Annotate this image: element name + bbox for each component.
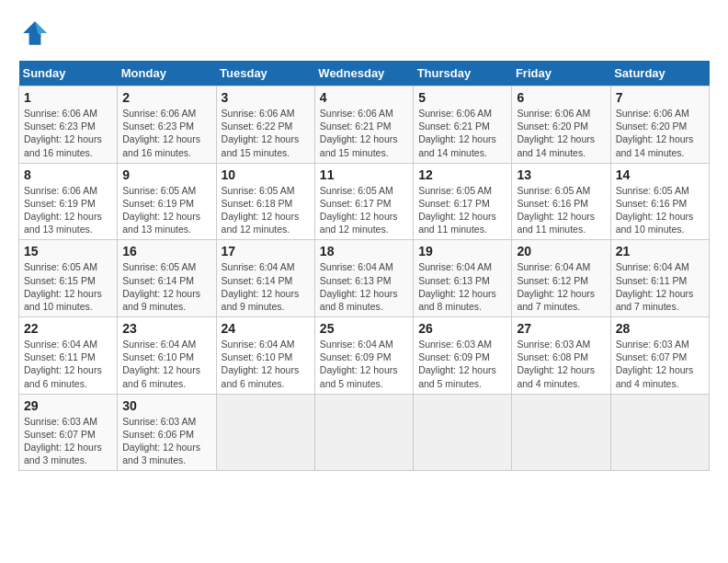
calendar-week-2: 8Sunrise: 6:06 AM Sunset: 6:19 PM Daylig… (19, 163, 710, 240)
calendar-week-5: 29Sunrise: 6:03 AM Sunset: 6:07 PM Dayli… (19, 394, 710, 471)
calendar-cell: 14Sunrise: 6:05 AM Sunset: 6:16 PM Dayli… (610, 163, 709, 240)
day-number: 10 (222, 167, 310, 182)
weekday-header-friday: Friday (512, 61, 610, 86)
day-detail: Sunrise: 6:06 AM Sunset: 6:19 PM Dayligh… (24, 184, 112, 236)
calendar-cell: 22Sunrise: 6:04 AM Sunset: 6:11 PM Dayli… (19, 317, 118, 395)
calendar-cell: 19Sunrise: 6:04 AM Sunset: 6:13 PM Dayli… (414, 240, 512, 317)
day-detail: Sunrise: 6:05 AM Sunset: 6:19 PM Dayligh… (122, 184, 210, 236)
day-number: 8 (24, 167, 112, 182)
weekday-header-monday: Monday (118, 61, 216, 86)
day-detail: Sunrise: 6:05 AM Sunset: 6:16 PM Dayligh… (517, 184, 605, 236)
calendar-cell: 12Sunrise: 6:05 AM Sunset: 6:17 PM Dayli… (414, 163, 512, 240)
calendar-cell: 25Sunrise: 6:04 AM Sunset: 6:09 PM Dayli… (314, 317, 413, 395)
day-detail: Sunrise: 6:04 AM Sunset: 6:11 PM Dayligh… (24, 338, 112, 390)
weekday-header-tuesday: Tuesday (216, 61, 314, 86)
calendar-cell: 27Sunrise: 6:03 AM Sunset: 6:08 PM Dayli… (512, 317, 610, 395)
page-header (18, 18, 710, 52)
day-number: 16 (122, 244, 210, 259)
day-number: 4 (320, 90, 408, 105)
day-number: 28 (616, 321, 704, 336)
day-detail: Sunrise: 6:06 AM Sunset: 6:22 PM Dayligh… (222, 107, 310, 159)
day-detail: Sunrise: 6:06 AM Sunset: 6:20 PM Dayligh… (616, 107, 704, 159)
logo-icon (20, 18, 50, 48)
calendar-week-1: 1Sunrise: 6:06 AM Sunset: 6:23 PM Daylig… (19, 86, 710, 164)
day-number: 3 (222, 90, 310, 105)
day-number: 19 (418, 244, 506, 259)
weekday-header-thursday: Thursday (414, 61, 512, 86)
day-detail: Sunrise: 6:03 AM Sunset: 6:06 PM Dayligh… (122, 415, 210, 467)
day-detail: Sunrise: 6:04 AM Sunset: 6:09 PM Dayligh… (320, 338, 408, 390)
calendar-cell: 29Sunrise: 6:03 AM Sunset: 6:07 PM Dayli… (19, 394, 118, 471)
calendar-cell: 28Sunrise: 6:03 AM Sunset: 6:07 PM Dayli… (610, 317, 709, 395)
day-number: 29 (24, 398, 112, 413)
day-detail: Sunrise: 6:05 AM Sunset: 6:17 PM Dayligh… (320, 184, 408, 236)
day-detail: Sunrise: 6:05 AM Sunset: 6:18 PM Dayligh… (222, 184, 310, 236)
day-detail: Sunrise: 6:04 AM Sunset: 6:10 PM Dayligh… (122, 338, 210, 390)
day-number: 12 (418, 167, 506, 182)
calendar-week-3: 15Sunrise: 6:05 AM Sunset: 6:15 PM Dayli… (19, 240, 710, 317)
day-detail: Sunrise: 6:04 AM Sunset: 6:12 PM Dayligh… (517, 260, 605, 313)
day-number: 30 (122, 398, 210, 413)
calendar-cell (216, 394, 314, 471)
calendar-cell: 10Sunrise: 6:05 AM Sunset: 6:18 PM Dayli… (216, 163, 314, 240)
calendar-cell: 15Sunrise: 6:05 AM Sunset: 6:15 PM Dayli… (19, 240, 118, 317)
calendar-cell: 8Sunrise: 6:06 AM Sunset: 6:19 PM Daylig… (19, 163, 118, 240)
day-number: 9 (122, 167, 210, 182)
calendar-cell: 30Sunrise: 6:03 AM Sunset: 6:06 PM Dayli… (118, 394, 216, 471)
day-number: 11 (320, 167, 408, 182)
calendar-cell: 26Sunrise: 6:03 AM Sunset: 6:09 PM Dayli… (414, 317, 512, 395)
day-number: 7 (616, 90, 704, 105)
calendar-cell: 23Sunrise: 6:04 AM Sunset: 6:10 PM Dayli… (118, 317, 216, 395)
day-number: 2 (122, 90, 210, 105)
calendar-cell: 20Sunrise: 6:04 AM Sunset: 6:12 PM Dayli… (512, 240, 610, 317)
day-number: 25 (320, 321, 408, 336)
weekday-header-saturday: Saturday (610, 61, 709, 86)
day-detail: Sunrise: 6:05 AM Sunset: 6:15 PM Dayligh… (24, 260, 112, 313)
logo (18, 18, 50, 52)
day-detail: Sunrise: 6:04 AM Sunset: 6:11 PM Dayligh… (616, 260, 704, 313)
calendar-cell (414, 394, 512, 471)
calendar-cell: 1Sunrise: 6:06 AM Sunset: 6:23 PM Daylig… (19, 86, 118, 164)
day-number: 20 (517, 244, 605, 259)
calendar-cell: 17Sunrise: 6:04 AM Sunset: 6:14 PM Dayli… (216, 240, 314, 317)
weekday-header-row: SundayMondayTuesdayWednesdayThursdayFrid… (19, 61, 710, 86)
day-detail: Sunrise: 6:05 AM Sunset: 6:16 PM Dayligh… (616, 184, 704, 236)
calendar-cell (512, 394, 610, 471)
day-detail: Sunrise: 6:05 AM Sunset: 6:14 PM Dayligh… (122, 260, 210, 313)
calendar-week-4: 22Sunrise: 6:04 AM Sunset: 6:11 PM Dayli… (19, 317, 710, 395)
calendar-cell: 16Sunrise: 6:05 AM Sunset: 6:14 PM Dayli… (118, 240, 216, 317)
day-number: 27 (517, 321, 605, 336)
day-detail: Sunrise: 6:06 AM Sunset: 6:20 PM Dayligh… (517, 107, 605, 159)
day-number: 26 (418, 321, 506, 336)
day-detail: Sunrise: 6:06 AM Sunset: 6:21 PM Dayligh… (320, 107, 408, 159)
day-detail: Sunrise: 6:03 AM Sunset: 6:07 PM Dayligh… (616, 338, 704, 390)
day-number: 6 (517, 90, 605, 105)
day-detail: Sunrise: 6:03 AM Sunset: 6:07 PM Dayligh… (24, 415, 112, 467)
day-number: 13 (517, 167, 605, 182)
weekday-header-sunday: Sunday (19, 61, 118, 86)
calendar-cell (314, 394, 413, 471)
day-number: 23 (122, 321, 210, 336)
day-detail: Sunrise: 6:06 AM Sunset: 6:23 PM Dayligh… (122, 107, 210, 159)
calendar-cell (610, 394, 709, 471)
calendar-cell: 5Sunrise: 6:06 AM Sunset: 6:21 PM Daylig… (414, 86, 512, 164)
calendar-cell: 24Sunrise: 6:04 AM Sunset: 6:10 PM Dayli… (216, 317, 314, 395)
day-number: 1 (24, 90, 112, 105)
calendar-cell: 3Sunrise: 6:06 AM Sunset: 6:22 PM Daylig… (216, 86, 314, 164)
day-number: 5 (418, 90, 506, 105)
day-number: 15 (24, 244, 112, 259)
calendar-cell: 2Sunrise: 6:06 AM Sunset: 6:23 PM Daylig… (118, 86, 216, 164)
day-number: 21 (616, 244, 704, 259)
day-number: 17 (222, 244, 310, 259)
day-detail: Sunrise: 6:04 AM Sunset: 6:14 PM Dayligh… (222, 260, 310, 313)
day-detail: Sunrise: 6:06 AM Sunset: 6:21 PM Dayligh… (418, 107, 506, 159)
day-number: 24 (222, 321, 310, 336)
calendar-cell: 4Sunrise: 6:06 AM Sunset: 6:21 PM Daylig… (314, 86, 413, 164)
calendar-cell: 21Sunrise: 6:04 AM Sunset: 6:11 PM Dayli… (610, 240, 709, 317)
day-detail: Sunrise: 6:03 AM Sunset: 6:09 PM Dayligh… (418, 338, 506, 390)
day-detail: Sunrise: 6:03 AM Sunset: 6:08 PM Dayligh… (517, 338, 605, 390)
day-number: 22 (24, 321, 112, 336)
day-detail: Sunrise: 6:05 AM Sunset: 6:17 PM Dayligh… (418, 184, 506, 236)
weekday-header-wednesday: Wednesday (314, 61, 413, 86)
calendar-cell: 6Sunrise: 6:06 AM Sunset: 6:20 PM Daylig… (512, 86, 610, 164)
